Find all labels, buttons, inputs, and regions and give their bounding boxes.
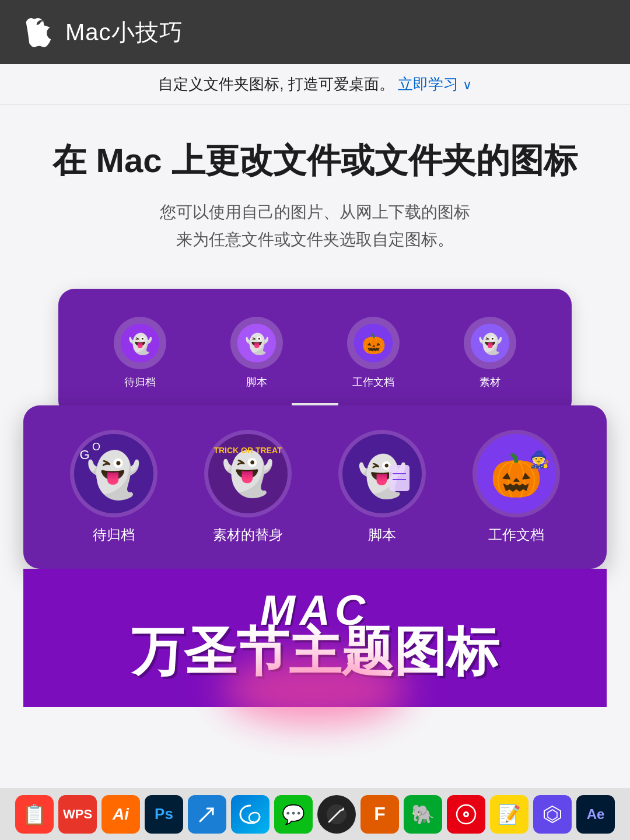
folder-icon-circle-1: 👻	[114, 317, 166, 369]
hero-subtitle: 您可以使用自己的图片、从网上下载的图标 来为任意文件或文件夹选取自定图标。	[23, 198, 607, 254]
svg-text:👻: 👻	[245, 332, 270, 356]
header-title: Mac小技巧	[65, 16, 183, 48]
front-folder-icon-3: 👻 脚本	[338, 430, 426, 544]
front-folder-label-2: 素材的替身	[213, 526, 283, 544]
svg-text:👻: 👻	[478, 332, 503, 356]
svg-text:TRICK OR TREAT: TRICK OR TREAT	[214, 446, 282, 455]
apple-logo-icon	[23, 17, 54, 47]
dock-ai-icon[interactable]: Ai	[102, 795, 140, 834]
folder-label-2: 脚本	[246, 375, 267, 389]
front-folder-circle-4: 🎃 🧙	[473, 430, 560, 517]
pink-blob-decoration	[222, 654, 408, 724]
front-folder-circle-1: 👻 G O	[70, 430, 158, 517]
banner-text: 自定义文件夹图标, 打造可爱桌面。	[158, 74, 394, 94]
banner-strip: 自定义文件夹图标, 打造可爱桌面。 立即学习 ∨	[0, 64, 630, 105]
cards-area: 👻 待归档 👻 脚本	[0, 277, 630, 707]
svg-text:🎃: 🎃	[362, 332, 386, 356]
folder-icon-circle-2: 👻	[230, 317, 283, 369]
front-folder-icon-4: 🎃 🧙 工作文档	[473, 430, 560, 544]
front-folder-circle-2: 👻 TRICK OR TREAT	[204, 430, 292, 517]
dock-notes-icon[interactable]: 📝	[490, 795, 528, 834]
svg-text:O: O	[92, 441, 100, 453]
svg-text:👻: 👻	[222, 449, 274, 499]
folder-icon-2: 👻 脚本	[230, 317, 283, 389]
folder-icon-4: 👻 素材	[464, 317, 516, 389]
front-folder-label-1: 待归档	[93, 526, 135, 544]
front-folder-label-3: 脚本	[368, 526, 396, 544]
ai-label: Ai	[113, 805, 129, 824]
svg-text:🧙: 🧙	[530, 450, 550, 469]
dock-netease-music-icon[interactable]	[447, 795, 485, 834]
svg-point-27	[465, 813, 467, 816]
dock-wondershare-icon[interactable]: F	[360, 795, 399, 834]
dock-wps-icon[interactable]: WPS	[58, 795, 97, 834]
folder-icon-circle-4: 👻	[464, 317, 516, 369]
halloween-banner: MAC 万圣节主题图标	[23, 569, 607, 707]
folder-card-back: 👻 待归档 👻 脚本	[58, 289, 572, 417]
app-header: Mac小技巧	[0, 0, 630, 64]
folder-icon-circle-3: 🎃	[347, 317, 400, 369]
front-folder-circle-3: 👻	[338, 430, 426, 517]
svg-text:👻: 👻	[128, 332, 153, 356]
dock-evernote-icon[interactable]: 🐘	[404, 795, 442, 834]
folder-label-4: 素材	[480, 375, 501, 389]
dock-reminders-icon[interactable]: 📋	[15, 795, 54, 834]
hero-title: 在 Mac 上更改文件或文件夹的图标	[23, 140, 607, 181]
dock-ps-icon[interactable]: Ps	[145, 795, 183, 834]
front-folder-icon-2: 👻 TRICK OR TREAT 素材的替身	[204, 430, 292, 544]
front-folder-label-4: 工作文档	[488, 526, 544, 544]
dock-quark-icon[interactable]	[533, 795, 572, 834]
folder-icon-3: 🎃 工作文档	[347, 317, 400, 389]
dock: 📋 WPS Ai Ps 💬 F 🐘	[0, 788, 630, 840]
dock-markup-icon[interactable]	[188, 795, 226, 834]
dock-wechat-icon[interactable]: 💬	[274, 795, 313, 834]
folder-label-3: 工作文档	[352, 375, 394, 389]
svg-rect-17	[389, 465, 410, 491]
hero-section: 在 Mac 上更改文件或文件夹的图标 您可以使用自己的图片、从网上下载的图标 来…	[0, 105, 630, 277]
dock-edge-icon[interactable]	[231, 795, 270, 834]
front-folder-icon-1: 👻 G O 待归档	[70, 430, 158, 544]
banner-link[interactable]: 立即学习 ∨	[398, 74, 472, 94]
folder-icon-1: 👻 待归档	[114, 317, 166, 389]
folder-card-front: 👻 G O 待归档 👻 TRICK OR TREAT 素材的替身	[23, 405, 607, 569]
svg-text:G: G	[79, 447, 89, 462]
folder-label-1: 待归档	[124, 375, 156, 389]
dock-ae-icon[interactable]: Ae	[576, 795, 615, 834]
svg-text:👻: 👻	[86, 449, 141, 501]
dock-sketchbook-icon[interactable]	[317, 795, 356, 834]
